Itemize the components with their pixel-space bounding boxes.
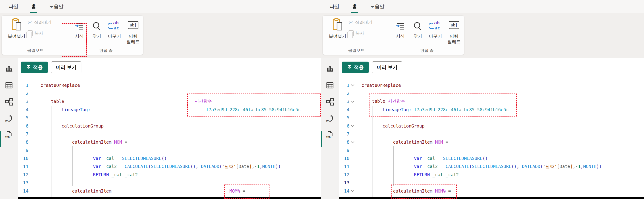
sidebar-item-tmdl-view[interactable]: TMDL [321, 130, 339, 140]
find-label: 찾기 [411, 34, 425, 39]
code-text: table 시간함수 [356, 98, 405, 104]
code-text: createOrReplace [34, 83, 80, 88]
find-button[interactable]: 찾기 [411, 18, 425, 39]
find-label: 찾기 [90, 34, 104, 39]
sidebar-item-tmdl-view[interactable]: TMDL [0, 130, 18, 140]
code-text: calculationItem MOM = [356, 140, 448, 144]
code-token: ] [570, 164, 573, 169]
sidebar-item-table-view[interactable] [321, 80, 339, 90]
code-text: calculationItem MOM = [34, 140, 127, 144]
code-line: 11 var _cal2 = CALCULATE(SELECTEDMEASURE… [18, 162, 321, 170]
apply-button[interactable]: 적용 [342, 62, 369, 73]
replace-button[interactable]: ab ac 바꾸기 [426, 18, 445, 39]
code-token: createOrReplace [40, 83, 80, 88]
code-text: RETURN _cal-_cal2 [34, 172, 138, 177]
line-number: 14 [339, 188, 350, 194]
preview-button[interactable]: 미리 보기 [51, 61, 82, 73]
ribbon: 붙여넣기 ✂ 잘라내기 복사 [0, 13, 321, 58]
code-token [40, 140, 72, 144]
find-button[interactable]: 찾기 [90, 18, 104, 39]
line-number: 13 [339, 180, 350, 186]
editing-group-label: 편집 중 [69, 48, 143, 53]
copy-button[interactable]: 복사 [348, 30, 372, 36]
sidebar-item-dax-view[interactable]: DAX [0, 113, 18, 124]
code-token: = [114, 156, 122, 161]
cut-icon: ✂ [28, 19, 32, 26]
bottom-edge-bar [18, 197, 321, 199]
code-token: calculationItem [72, 140, 112, 144]
code-token: _cal [104, 156, 114, 161]
menu-help[interactable]: 도움말 [369, 0, 385, 13]
chevron-down-icon [350, 140, 354, 144]
command-palette-button[interactable]: ab| 명령 팔레트 [124, 18, 142, 44]
find-icon [412, 21, 423, 33]
paste-button[interactable]: 붙여넣기 [6, 18, 28, 39]
sidebar-item-dax-view[interactable]: DAX [321, 113, 339, 124]
code-line: 3 table 시간함수 [339, 98, 644, 106]
code-token: DATEADD [522, 164, 540, 169]
active-view-indicator [321, 131, 322, 147]
copy-button[interactable]: 복사 [28, 30, 52, 36]
code-token: lineageTag: [382, 107, 412, 112]
sidebar-item-report-view[interactable] [0, 64, 18, 74]
paste-button[interactable]: 붙여넣기 [326, 18, 348, 39]
replace-button[interactable]: ab ac 바꾸기 [105, 18, 124, 39]
format-button[interactable]: 서식 [392, 18, 409, 39]
line-number: 6 [339, 123, 350, 129]
sidebar-item-table-view[interactable] [0, 80, 18, 90]
menu-home[interactable]: 홈 [351, 0, 358, 13]
apply-button[interactable]: 적용 [21, 62, 48, 73]
code-line: 7 [339, 130, 644, 138]
code-token: = [443, 140, 448, 144]
sidebar-item-report-view[interactable] [321, 64, 339, 74]
code-line: 13 [18, 179, 321, 187]
menu-file[interactable]: 파일 [329, 0, 340, 13]
code-line: 12 RETURN _cal-_cal2 [18, 170, 321, 178]
code-token [40, 172, 93, 177]
copy-icon [28, 30, 33, 36]
code-token: ( [148, 164, 151, 169]
code-line: 1createOrReplace [339, 81, 644, 89]
command-palette-label-1: 명령 [124, 34, 142, 39]
code-token: = [117, 164, 124, 169]
code-token [362, 98, 372, 104]
code-token: - [443, 172, 446, 177]
code-token [40, 164, 93, 169]
code-line: 5 [339, 114, 644, 122]
cut-button[interactable]: ✂ 잘라내기 [348, 19, 372, 26]
menu-help[interactable]: 도움말 [48, 0, 64, 13]
command-palette-icon: ab| [449, 21, 460, 29]
line-number: 3 [339, 98, 350, 104]
code-token: = [240, 188, 245, 194]
code-token [362, 172, 414, 177]
code-line: 10 var _cal = SELECTEDMEASURE() [18, 154, 321, 162]
code-token [40, 124, 62, 128]
cut-button[interactable]: ✂ 잘라내기 [28, 19, 52, 26]
code-line: 7 [18, 130, 321, 138]
code-line: 11 var _cal2 = CALCULATE(SELECTEDMEASURE… [339, 162, 644, 170]
format-button[interactable]: 서식 [71, 18, 88, 39]
line-number: 3 [18, 98, 28, 104]
menu-file[interactable]: 파일 [8, 0, 19, 13]
code-token [385, 98, 388, 104]
preview-button[interactable]: 미리 보기 [372, 61, 402, 73]
line-number: 5 [18, 115, 28, 120]
command-palette-button[interactable]: ab| 명령 팔레트 [446, 18, 462, 44]
code-token: - [122, 172, 124, 177]
code-line: 5 [18, 114, 321, 122]
apply-label: 적용 [354, 64, 364, 70]
svg-text:DAX: DAX [5, 119, 10, 122]
line-number: 6 [18, 123, 28, 129]
sidebar-item-model-view[interactable] [321, 97, 339, 107]
code-editor[interactable]: 1createOrReplace23 table시간함수4 lineageTag… [18, 77, 321, 199]
code-editor[interactable]: 1createOrReplace23 table 시간함수4 lineageTa… [339, 77, 644, 199]
code-token: 1 [578, 164, 580, 169]
sidebar-item-model-view[interactable] [0, 97, 18, 107]
code-token [362, 156, 414, 161]
cut-label: 잘라내기 [355, 20, 372, 26]
code-token: _cal2 [124, 172, 138, 177]
group-divider [390, 18, 390, 47]
code-token: var [93, 156, 101, 161]
paste-label: 붙여넣기 [326, 34, 348, 39]
menu-home[interactable]: 홈 [30, 0, 37, 13]
